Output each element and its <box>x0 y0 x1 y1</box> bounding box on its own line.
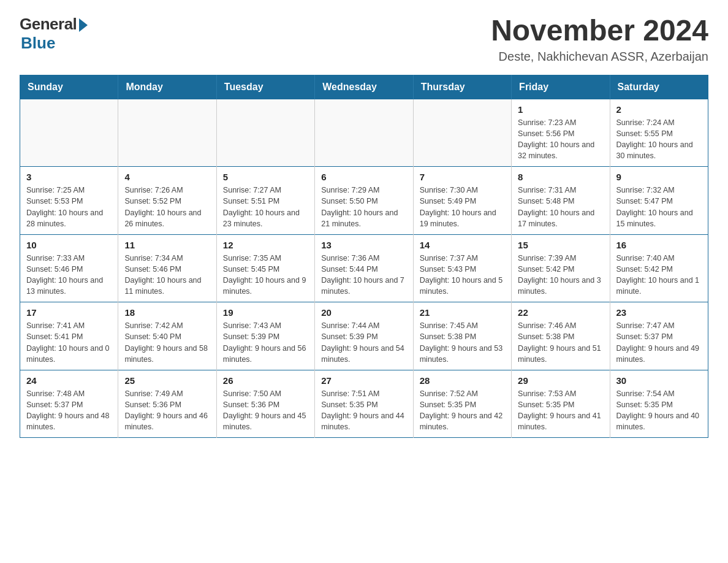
calendar-cell: 17Sunrise: 7:41 AM Sunset: 5:41 PM Dayli… <box>20 302 118 370</box>
calendar-cell: 14Sunrise: 7:37 AM Sunset: 5:43 PM Dayli… <box>413 234 511 302</box>
calendar-cell: 6Sunrise: 7:29 AM Sunset: 5:50 PM Daylig… <box>315 167 413 235</box>
day-number: 13 <box>321 240 406 250</box>
day-info: Sunrise: 7:53 AM Sunset: 5:35 PM Dayligh… <box>518 388 603 433</box>
day-number: 7 <box>420 172 505 182</box>
calendar-cell: 30Sunrise: 7:54 AM Sunset: 5:35 PM Dayli… <box>610 370 708 438</box>
day-info: Sunrise: 7:40 AM Sunset: 5:42 PM Dayligh… <box>616 253 702 297</box>
calendar-cell: 16Sunrise: 7:40 AM Sunset: 5:42 PM Dayli… <box>610 234 708 302</box>
calendar-cell: 9Sunrise: 7:32 AM Sunset: 5:47 PM Daylig… <box>610 167 708 235</box>
calendar-cell: 10Sunrise: 7:33 AM Sunset: 5:46 PM Dayli… <box>20 234 118 302</box>
day-number: 12 <box>223 240 308 250</box>
day-number: 11 <box>124 240 210 250</box>
weekday-header-monday: Monday <box>118 75 216 99</box>
day-info: Sunrise: 7:36 AM Sunset: 5:44 PM Dayligh… <box>321 253 406 297</box>
calendar-cell: 15Sunrise: 7:39 AM Sunset: 5:42 PM Dayli… <box>512 234 610 302</box>
day-info: Sunrise: 7:25 AM Sunset: 5:53 PM Dayligh… <box>26 185 112 229</box>
day-number: 5 <box>223 172 308 182</box>
day-number: 2 <box>616 104 702 115</box>
day-number: 28 <box>420 375 505 386</box>
month-title: November 2024 <box>491 15 708 47</box>
day-number: 10 <box>26 240 112 250</box>
day-info: Sunrise: 7:31 AM Sunset: 5:48 PM Dayligh… <box>518 185 603 229</box>
calendar-cell: 7Sunrise: 7:30 AM Sunset: 5:49 PM Daylig… <box>413 167 511 235</box>
weekday-header-row: SundayMondayTuesdayWednesdayThursdayFrid… <box>20 75 708 99</box>
day-info: Sunrise: 7:35 AM Sunset: 5:45 PM Dayligh… <box>223 253 308 297</box>
day-info: Sunrise: 7:33 AM Sunset: 5:46 PM Dayligh… <box>26 253 112 297</box>
calendar-cell: 12Sunrise: 7:35 AM Sunset: 5:45 PM Dayli… <box>216 234 314 302</box>
logo: General Blue <box>20 15 88 53</box>
day-number: 8 <box>518 172 603 182</box>
calendar-cell <box>315 99 413 167</box>
calendar-cell: 4Sunrise: 7:26 AM Sunset: 5:52 PM Daylig… <box>118 167 216 235</box>
calendar-cell: 19Sunrise: 7:43 AM Sunset: 5:39 PM Dayli… <box>216 302 314 370</box>
calendar-cell: 26Sunrise: 7:50 AM Sunset: 5:36 PM Dayli… <box>216 370 314 438</box>
day-info: Sunrise: 7:37 AM Sunset: 5:43 PM Dayligh… <box>420 253 505 297</box>
day-number: 1 <box>518 104 603 115</box>
calendar-cell: 27Sunrise: 7:51 AM Sunset: 5:35 PM Dayli… <box>315 370 413 438</box>
day-number: 15 <box>518 240 603 250</box>
day-info: Sunrise: 7:48 AM Sunset: 5:37 PM Dayligh… <box>26 388 112 433</box>
weekday-header-wednesday: Wednesday <box>315 75 413 99</box>
calendar-cell: 28Sunrise: 7:52 AM Sunset: 5:35 PM Dayli… <box>413 370 511 438</box>
day-info: Sunrise: 7:50 AM Sunset: 5:36 PM Dayligh… <box>223 388 308 433</box>
day-info: Sunrise: 7:47 AM Sunset: 5:37 PM Dayligh… <box>616 320 702 365</box>
day-info: Sunrise: 7:34 AM Sunset: 5:46 PM Dayligh… <box>124 253 210 297</box>
logo-arrow-icon <box>79 18 88 32</box>
calendar-cell: 2Sunrise: 7:24 AM Sunset: 5:55 PM Daylig… <box>610 99 708 167</box>
day-number: 3 <box>26 172 112 182</box>
calendar-cell: 13Sunrise: 7:36 AM Sunset: 5:44 PM Dayli… <box>315 234 413 302</box>
day-info: Sunrise: 7:42 AM Sunset: 5:40 PM Dayligh… <box>124 320 210 365</box>
calendar-cell: 29Sunrise: 7:53 AM Sunset: 5:35 PM Dayli… <box>512 370 610 438</box>
day-number: 22 <box>518 307 603 318</box>
calendar-week-row: 10Sunrise: 7:33 AM Sunset: 5:46 PM Dayli… <box>20 234 708 302</box>
day-info: Sunrise: 7:43 AM Sunset: 5:39 PM Dayligh… <box>223 320 308 365</box>
day-number: 25 <box>124 375 210 386</box>
weekday-header-thursday: Thursday <box>413 75 511 99</box>
calendar-cell: 5Sunrise: 7:27 AM Sunset: 5:51 PM Daylig… <box>216 167 314 235</box>
calendar-week-row: 17Sunrise: 7:41 AM Sunset: 5:41 PM Dayli… <box>20 302 708 370</box>
page-header: General Blue November 2024 Deste, Nakhic… <box>20 15 708 64</box>
weekday-header-tuesday: Tuesday <box>216 75 314 99</box>
day-info: Sunrise: 7:32 AM Sunset: 5:47 PM Dayligh… <box>616 185 702 229</box>
day-number: 30 <box>616 375 702 386</box>
day-info: Sunrise: 7:24 AM Sunset: 5:55 PM Dayligh… <box>616 117 702 162</box>
day-number: 20 <box>321 307 406 318</box>
day-info: Sunrise: 7:44 AM Sunset: 5:39 PM Dayligh… <box>321 320 406 365</box>
weekday-header-sunday: Sunday <box>20 75 118 99</box>
calendar-cell: 8Sunrise: 7:31 AM Sunset: 5:48 PM Daylig… <box>512 167 610 235</box>
day-number: 26 <box>223 375 308 386</box>
day-info: Sunrise: 7:45 AM Sunset: 5:38 PM Dayligh… <box>420 320 505 365</box>
day-info: Sunrise: 7:27 AM Sunset: 5:51 PM Dayligh… <box>223 185 308 229</box>
logo-blue-text: Blue <box>21 34 55 53</box>
day-number: 23 <box>616 307 702 318</box>
weekday-header-friday: Friday <box>512 75 610 99</box>
calendar-cell <box>216 99 314 167</box>
calendar-cell <box>20 99 118 167</box>
calendar-cell: 24Sunrise: 7:48 AM Sunset: 5:37 PM Dayli… <box>20 370 118 438</box>
calendar-week-row: 3Sunrise: 7:25 AM Sunset: 5:53 PM Daylig… <box>20 167 708 235</box>
calendar-cell: 3Sunrise: 7:25 AM Sunset: 5:53 PM Daylig… <box>20 167 118 235</box>
day-number: 6 <box>321 172 406 182</box>
day-number: 9 <box>616 172 702 182</box>
day-info: Sunrise: 7:52 AM Sunset: 5:35 PM Dayligh… <box>420 388 505 433</box>
day-info: Sunrise: 7:29 AM Sunset: 5:50 PM Dayligh… <box>321 185 406 229</box>
day-info: Sunrise: 7:26 AM Sunset: 5:52 PM Dayligh… <box>124 185 210 229</box>
day-info: Sunrise: 7:49 AM Sunset: 5:36 PM Dayligh… <box>124 388 210 433</box>
calendar-cell: 11Sunrise: 7:34 AM Sunset: 5:46 PM Dayli… <box>118 234 216 302</box>
location-subtitle: Deste, Nakhichevan ASSR, Azerbaijan <box>491 50 708 64</box>
day-info: Sunrise: 7:39 AM Sunset: 5:42 PM Dayligh… <box>518 253 603 297</box>
calendar-cell <box>118 99 216 167</box>
day-number: 4 <box>124 172 210 182</box>
day-info: Sunrise: 7:51 AM Sunset: 5:35 PM Dayligh… <box>321 388 406 433</box>
calendar-cell: 18Sunrise: 7:42 AM Sunset: 5:40 PM Dayli… <box>118 302 216 370</box>
logo-general-text: General <box>20 15 77 34</box>
calendar-cell <box>413 99 511 167</box>
day-number: 27 <box>321 375 406 386</box>
calendar-week-row: 1Sunrise: 7:23 AM Sunset: 5:56 PM Daylig… <box>20 99 708 167</box>
day-info: Sunrise: 7:54 AM Sunset: 5:35 PM Dayligh… <box>616 388 702 433</box>
day-number: 18 <box>124 307 210 318</box>
day-number: 24 <box>26 375 112 386</box>
calendar-cell: 21Sunrise: 7:45 AM Sunset: 5:38 PM Dayli… <box>413 302 511 370</box>
calendar-cell: 23Sunrise: 7:47 AM Sunset: 5:37 PM Dayli… <box>610 302 708 370</box>
day-info: Sunrise: 7:30 AM Sunset: 5:49 PM Dayligh… <box>420 185 505 229</box>
